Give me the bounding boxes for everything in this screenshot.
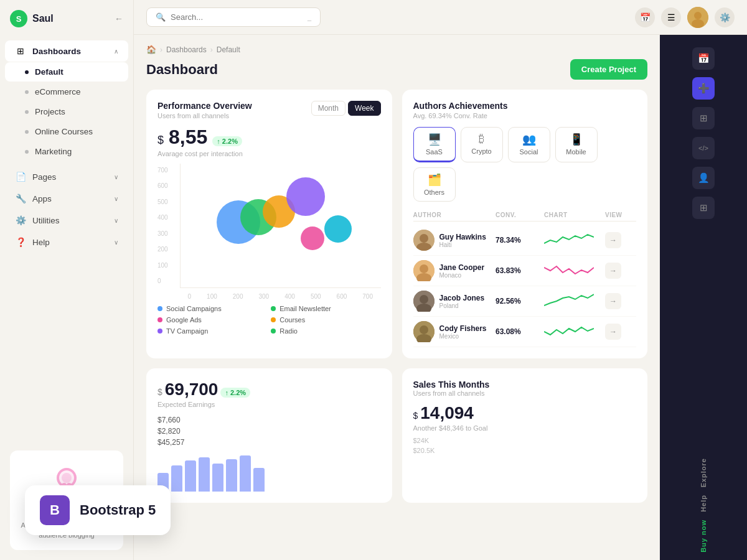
rs-label-help[interactable]: Help bbox=[700, 495, 707, 512]
sidebar-item-apps[interactable]: 🔧 Apps ∨ bbox=[5, 188, 128, 209]
view-button-3[interactable]: → bbox=[605, 293, 621, 309]
chevron-icon: ∨ bbox=[114, 195, 118, 202]
page-wrapper: 🏠 › Dashboards › Default Dashboard Creat… bbox=[134, 35, 747, 560]
chevron-icon: ∨ bbox=[114, 239, 118, 246]
perf-tab-month[interactable]: Month bbox=[311, 101, 345, 116]
svg-point-24 bbox=[420, 325, 428, 334]
earnings-value: 69,700 bbox=[165, 380, 218, 399]
perf-tab-week[interactable]: Week bbox=[348, 101, 380, 116]
sidebar-item-dashboards[interactable]: ⊞ Dashboards ∧ bbox=[5, 40, 128, 62]
author-avatar-4 bbox=[413, 321, 435, 342]
breadcrumb-sep: › bbox=[160, 45, 162, 54]
svg-point-12 bbox=[694, 12, 702, 19]
back-icon[interactable]: ← bbox=[115, 14, 123, 24]
legend-label: Social Campaigns bbox=[166, 305, 222, 312]
view-button-2[interactable]: → bbox=[605, 263, 621, 279]
author-row-4: Cody Fishers Mexico 63.08% → bbox=[413, 317, 637, 347]
bootstrap-overlay: B Bootstrap 5 bbox=[25, 485, 171, 535]
authors-title: Authors Achievements bbox=[413, 101, 637, 111]
pages-icon: 📄 bbox=[15, 171, 26, 182]
others-icon: 🗂️ bbox=[428, 173, 441, 187]
earnings-card: $ 69,700 ↑ 2.2% Expected Earnings $7,660… bbox=[146, 368, 392, 503]
create-project-button[interactable]: Create Project bbox=[570, 59, 647, 80]
bar bbox=[212, 464, 223, 492]
sidebar-item-marketing[interactable]: Marketing bbox=[5, 142, 128, 161]
legend-dot bbox=[271, 317, 276, 322]
sales-y2: $20.5K bbox=[413, 447, 637, 454]
cat-tab-label-others: Others bbox=[424, 189, 444, 196]
legend-label: Courses bbox=[280, 316, 305, 324]
sidebar-item-utilities[interactable]: ⚙️ Utilities ∨ bbox=[5, 210, 128, 231]
cat-tab-label-mobile: Mobile bbox=[566, 148, 586, 156]
svg-point-18 bbox=[420, 264, 428, 273]
breadcrumb-sep2: › bbox=[210, 45, 213, 54]
sales-card: Sales This Months Users from all channel… bbox=[402, 368, 648, 503]
rs-label-explore[interactable]: Explore bbox=[700, 458, 707, 487]
sidebar-item-online-courses[interactable]: Online Courses bbox=[5, 122, 128, 141]
author-conv-3: 92.56% bbox=[496, 297, 539, 306]
cat-tab-saas[interactable]: 🖥️ SaaS bbox=[413, 127, 456, 162]
bar bbox=[199, 457, 210, 492]
breadcrumb-dashboards[interactable]: Dashboards bbox=[166, 45, 207, 54]
search-bar[interactable]: 🔍 _ bbox=[146, 7, 321, 27]
sidebar-item-projects[interactable]: Projects bbox=[5, 102, 128, 121]
search-input[interactable] bbox=[171, 12, 303, 22]
cat-tab-mobile[interactable]: 📱 Mobile bbox=[555, 127, 598, 162]
col-chart: CHART bbox=[544, 212, 600, 218]
author-name-4: Cody Fishers bbox=[439, 324, 487, 333]
legend-social: Social Campaigns bbox=[157, 305, 267, 312]
rs-label-buy[interactable]: Buy now bbox=[700, 520, 707, 553]
perf-header: Performance Overview Users from all chan… bbox=[157, 101, 381, 119]
rs-add-icon[interactable]: ➕ bbox=[692, 77, 715, 100]
rs-code-icon[interactable]: </> bbox=[692, 137, 715, 159]
logo-icon: S bbox=[10, 10, 27, 27]
topbar-avatar[interactable] bbox=[687, 7, 708, 28]
cat-tab-crypto[interactable]: ₿ Crypto bbox=[461, 127, 503, 162]
view-button-4[interactable]: → bbox=[605, 324, 621, 340]
dot-icon bbox=[25, 90, 29, 94]
bottom-row: $ 69,700 ↑ 2.2% Expected Earnings $7,660… bbox=[146, 368, 647, 503]
active-dot bbox=[25, 70, 29, 74]
sidebar-label-ecommerce: eCommerce bbox=[35, 87, 81, 96]
breadcrumb-home[interactable]: 🏠 bbox=[146, 45, 156, 54]
authors-header: Authors Achievements Avg. 69.34% Conv. R… bbox=[413, 101, 637, 119]
sidebar-item-help[interactable]: ❓ Help ∨ bbox=[5, 231, 128, 253]
rs-grid-icon[interactable]: ⊞ bbox=[692, 107, 715, 129]
cat-tab-label-saas: SaaS bbox=[426, 148, 443, 156]
rs-user-icon[interactable]: 👤 bbox=[692, 167, 715, 189]
cat-tab-social[interactable]: 👥 Social bbox=[508, 127, 550, 162]
author-country-1: Haiti bbox=[439, 241, 486, 248]
x-axis: 0 100 200 300 400 500 600 700 bbox=[180, 293, 381, 300]
metric-number: 8,55 bbox=[169, 126, 207, 149]
legend-google: Google Ads bbox=[157, 316, 267, 324]
topbar-menu-icon[interactable]: ☰ bbox=[661, 7, 681, 27]
legend-dot bbox=[157, 329, 162, 334]
view-button-1[interactable]: → bbox=[605, 232, 621, 248]
rs-calendar-icon[interactable]: 📅 bbox=[692, 47, 715, 70]
right-sidebar: 📅 ➕ ⊞ </> 👤 ⊞ Explore Help Buy now bbox=[660, 35, 747, 560]
author-name-1: Guy Hawkins bbox=[439, 233, 486, 241]
apps-icon: 🔧 bbox=[15, 193, 26, 204]
sidebar-item-pages[interactable]: 📄 Pages ∨ bbox=[5, 166, 128, 187]
legend-dot bbox=[157, 306, 162, 311]
cat-tab-others[interactable]: 🗂️ Others bbox=[413, 167, 456, 202]
sidebar-item-default[interactable]: Default bbox=[5, 62, 128, 82]
dot-icon bbox=[25, 150, 29, 154]
bubble-chart-container: 700 600 500 400 300 200 100 0 bbox=[157, 164, 381, 300]
main-content: 🔍 _ 📅 ☰ ⚙️ bbox=[134, 0, 747, 560]
col-conv: CONV. bbox=[496, 212, 539, 218]
topbar-settings-icon[interactable]: ⚙️ bbox=[715, 7, 735, 27]
sales-value: 14,094 bbox=[420, 403, 474, 423]
sidebar-item-ecommerce[interactable]: eCommerce bbox=[5, 82, 128, 101]
sidebar-label-default: Default bbox=[35, 67, 63, 77]
page-title: Dashboard bbox=[146, 62, 218, 78]
breadcrumb: 🏠 › Dashboards › Default bbox=[146, 45, 647, 54]
topbar-calendar-icon[interactable]: 📅 bbox=[635, 7, 655, 27]
bubble-chart bbox=[180, 164, 381, 288]
sales-goal: Another $48,346 to Goal bbox=[413, 424, 637, 432]
sidebar-header: S Saul ← bbox=[0, 0, 133, 37]
sales-subtitle: Users from all channels bbox=[413, 390, 637, 397]
rs-grid2-icon[interactable]: ⊞ bbox=[692, 197, 715, 219]
legend-dot bbox=[157, 317, 162, 322]
help-icon: ❓ bbox=[15, 236, 26, 248]
